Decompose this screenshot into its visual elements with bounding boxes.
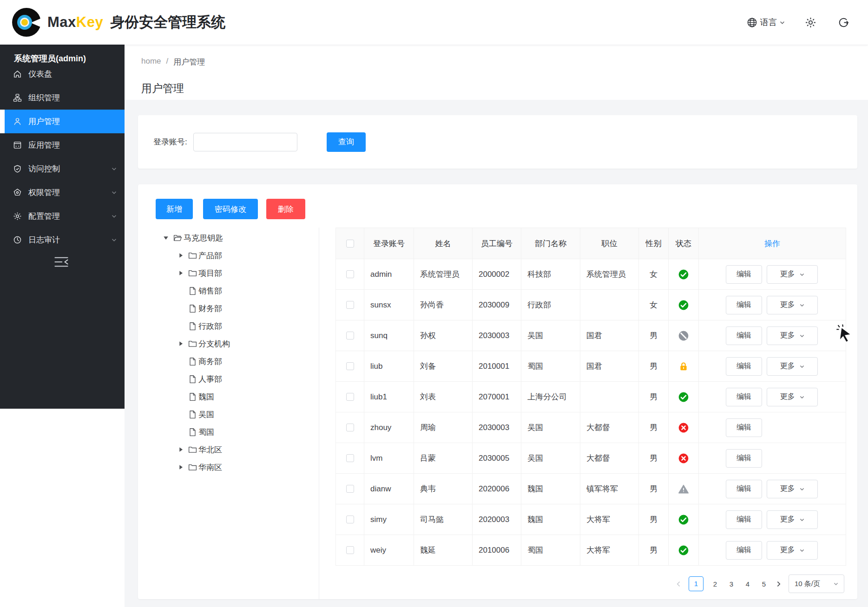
sidebar-item-label: 仪表盘: [28, 69, 52, 79]
prev-page-icon[interactable]: [676, 581, 682, 587]
edit-button[interactable]: 编辑: [726, 296, 762, 314]
tree-node[interactable]: 华北区: [138, 441, 319, 458]
change-password-button[interactable]: 密码修改: [203, 199, 258, 219]
login-account-input[interactable]: [193, 133, 297, 151]
delete-button[interactable]: 删除: [266, 199, 305, 219]
edit-button[interactable]: 编辑: [726, 388, 762, 406]
more-button[interactable]: 更多: [767, 388, 818, 406]
table-row: lvm吕蒙2030005吴国大都督男编辑: [336, 443, 846, 474]
chevron-down-icon: [799, 333, 805, 339]
row-checkbox[interactable]: [346, 393, 354, 401]
settings-gear-icon[interactable]: [805, 17, 816, 28]
tree-node[interactable]: 商务部: [138, 352, 319, 370]
edit-button[interactable]: 编辑: [726, 357, 762, 376]
row-checkbox[interactable]: [346, 424, 354, 431]
edit-button[interactable]: 编辑: [726, 480, 762, 498]
sidebar-item-dashboard[interactable]: 仪表盘: [0, 62, 125, 86]
tree-node[interactable]: 分支机构: [138, 335, 319, 352]
next-page-icon[interactable]: [776, 581, 782, 587]
status-warning-icon: [678, 484, 689, 494]
tree-node[interactable]: 吴国: [138, 405, 319, 423]
row-checkbox[interactable]: [346, 332, 354, 339]
status-blocked-icon: [678, 331, 689, 341]
cell-position: [580, 382, 639, 412]
tree-node[interactable]: 项目部: [138, 264, 319, 282]
page-number-3[interactable]: 3: [727, 580, 736, 588]
cell-name: 典韦: [414, 474, 473, 504]
file-icon: [188, 357, 197, 366]
tree-node[interactable]: 产品部: [138, 247, 319, 264]
more-button[interactable]: 更多: [767, 326, 818, 345]
cell-name: 刘备: [414, 351, 473, 382]
tree-node-label: 分支机构: [198, 339, 230, 349]
more-button[interactable]: 更多: [767, 541, 818, 560]
tree-node-label: 商务部: [198, 356, 222, 367]
more-button[interactable]: 更多: [767, 510, 818, 529]
cell-account: zhouy: [364, 412, 414, 443]
page-number-2[interactable]: 2: [710, 580, 720, 588]
app-title: 身份安全管理系统: [110, 13, 225, 32]
users-table-wrap: 登录账号姓名员工编号部门名称职位性别状态操作 admin系统管理员2000002…: [335, 228, 846, 566]
cell-position: 大将军: [580, 535, 639, 566]
folder-icon: [188, 463, 197, 472]
tree-node[interactable]: 销售部: [138, 282, 319, 300]
edit-button[interactable]: 编辑: [726, 326, 762, 345]
sidebar-item-access-control[interactable]: 访问控制: [0, 157, 125, 181]
language-menu[interactable]: 语言: [747, 17, 785, 28]
more-button[interactable]: 更多: [767, 357, 818, 376]
table-row: liub1刘表2070001上海分公司男编辑更多: [336, 382, 846, 412]
status-active-icon: [678, 300, 689, 310]
sidebar-item-audit-log[interactable]: 日志审计: [0, 228, 125, 252]
edit-button[interactable]: 编辑: [726, 541, 762, 560]
sidebar-item-configuration[interactable]: 配置管理: [0, 204, 125, 228]
edit-button[interactable]: 编辑: [726, 265, 762, 284]
logout-icon[interactable]: [838, 17, 849, 28]
add-button[interactable]: 新增: [156, 199, 193, 219]
sidebar-item-applications[interactable]: 应用管理: [0, 133, 125, 157]
breadcrumb-home-link[interactable]: home: [141, 57, 161, 67]
sidebar-item-permissions[interactable]: 权限管理: [0, 181, 125, 204]
tree-node[interactable]: 魏国: [138, 388, 319, 405]
more-button[interactable]: 更多: [767, 296, 818, 314]
row-checkbox[interactable]: [346, 362, 354, 370]
row-checkbox[interactable]: [346, 454, 354, 462]
row-checkbox[interactable]: [346, 546, 354, 554]
row-checkbox[interactable]: [346, 485, 354, 493]
cell-position: 国君: [580, 351, 639, 382]
cell-department: 科技部: [521, 259, 580, 290]
more-button[interactable]: 更多: [767, 480, 818, 498]
tree-node-label: 项目部: [198, 268, 222, 279]
row-checkbox[interactable]: [346, 301, 354, 309]
more-button[interactable]: 更多: [767, 265, 818, 284]
tree-node-root[interactable]: 马克思钥匙: [138, 229, 319, 247]
sidebar-item-users[interactable]: 用户管理: [0, 110, 125, 133]
cell-gender: 男: [639, 443, 669, 474]
caret-right-icon: [178, 340, 184, 347]
more-label: 更多: [780, 545, 795, 555]
menu-fold-icon[interactable]: [54, 256, 69, 268]
page-number-4[interactable]: 4: [743, 580, 752, 588]
edit-button[interactable]: 编辑: [726, 449, 762, 468]
sidebar-item-organization[interactable]: 组织管理: [0, 86, 125, 110]
tree-node[interactable]: 行政部: [138, 317, 319, 335]
breadcrumb-separator: /: [166, 57, 169, 67]
cell-employee_id: 2030005: [473, 443, 521, 474]
page-number-5[interactable]: 5: [759, 580, 769, 588]
table-row: admin系统管理员2000002科技部系统管理员女编辑更多: [336, 259, 846, 290]
cell-position: 大将军: [580, 504, 639, 535]
select-all-checkbox[interactable]: [346, 240, 354, 248]
query-button[interactable]: 查询: [327, 132, 366, 152]
edit-button[interactable]: 编辑: [726, 418, 762, 437]
row-checkbox[interactable]: [346, 516, 354, 523]
tree-node[interactable]: 蜀国: [138, 423, 319, 441]
tree-node[interactable]: 财务部: [138, 300, 319, 317]
tree-node[interactable]: 华南区: [138, 458, 319, 476]
tree-node[interactable]: 人事部: [138, 370, 319, 388]
row-checkbox[interactable]: [346, 270, 354, 278]
page-number-1[interactable]: 1: [689, 576, 704, 591]
cell-account: sunq: [364, 320, 414, 351]
cell-account: lvm: [364, 443, 414, 474]
page-size-select[interactable]: 10 条/页: [789, 574, 844, 593]
edit-button[interactable]: 编辑: [726, 510, 762, 529]
breadcrumb-current: 用户管理: [173, 57, 205, 67]
